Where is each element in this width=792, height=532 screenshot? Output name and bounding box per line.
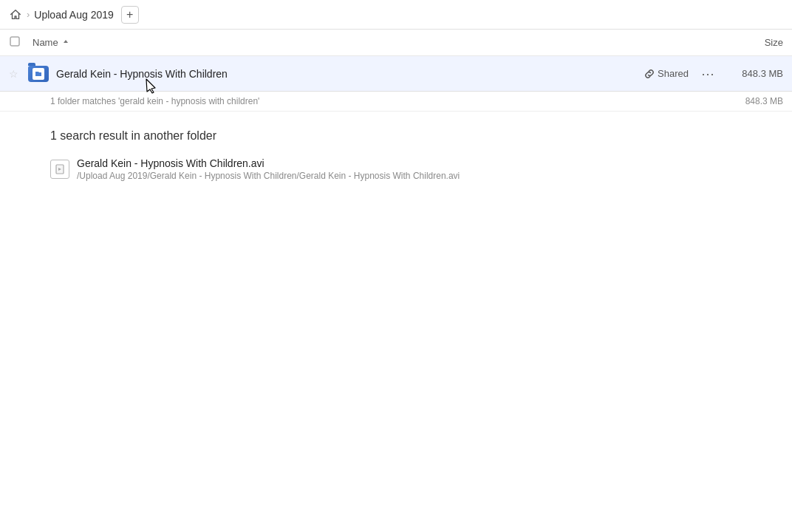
link-icon [644, 69, 655, 79]
more-options-button[interactable]: ⋯ [697, 64, 718, 84]
column-header-row: Name Size [0, 30, 792, 56]
folder-badge [33, 68, 44, 80]
shared-status: Shared [644, 68, 689, 79]
star-button[interactable]: ☆ [9, 68, 27, 80]
size-column-header: Size [709, 37, 783, 48]
result-filename: Gerald Kein - Hypnosis With Children.avi [77, 157, 460, 169]
folder-size: 848.3 MB [724, 68, 783, 79]
svg-rect-0 [10, 37, 19, 46]
home-button[interactable] [9, 8, 22, 21]
breadcrumb-bar: › Upload Aug 2019 + [0, 0, 792, 30]
breadcrumb-separator: › [27, 9, 30, 20]
result-info: Gerald Kein - Hypnosis With Children.avi… [77, 157, 460, 181]
select-all-checkbox[interactable] [9, 35, 33, 50]
folder-name: Gerald Kein - Hypnosis With Children [50, 68, 644, 80]
section-header: 1 search result in another folder [0, 112, 792, 151]
result-path: /Upload Aug 2019/Gerald Kein - Hypnosis … [77, 171, 460, 181]
breadcrumb-title: Upload Aug 2019 [34, 9, 113, 21]
search-result-row[interactable]: Gerald Kein - Hypnosis With Children.avi… [0, 151, 792, 187]
match-hint: 1 folder matches 'gerald kein - hypnosis… [0, 92, 792, 112]
folder-icon-shape [28, 66, 49, 82]
file-icon [50, 160, 69, 179]
name-column-header[interactable]: Name [33, 37, 709, 48]
folder-icon [27, 66, 50, 82]
video-file-icon [55, 164, 65, 174]
folder-result-row[interactable]: ☆ Gerald Kein - Hypnosis With Children S… [0, 56, 792, 92]
add-button[interactable]: + [121, 6, 139, 24]
